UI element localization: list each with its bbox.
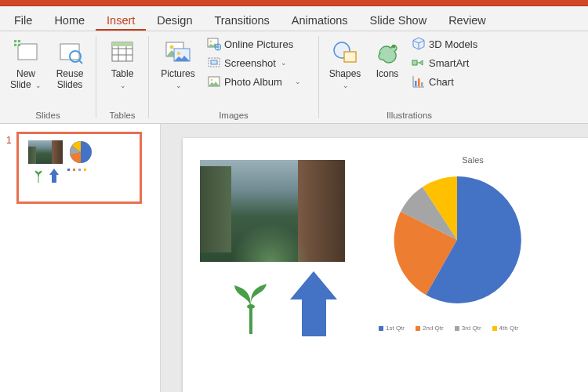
svg-rect-0 [18, 44, 37, 60]
online-pictures-label: Online Pictures [224, 38, 293, 50]
svg-point-7 [170, 45, 174, 49]
slide-thumbnail-1[interactable] [16, 132, 142, 204]
shapes-label: Shapes⌄ [329, 69, 361, 91]
slide-canvas[interactable]: Sales 1st Qtr 2nd Qtr 3rd Qtr 4th Qtr [183, 138, 588, 392]
slide-thumbnail-pane[interactable]: 1 [0, 124, 161, 392]
smartart-button[interactable]: SmartArt [408, 53, 495, 72]
workspace: 1 Sales [0, 124, 588, 392]
svg-rect-20 [412, 60, 417, 65]
table-button[interactable]: Table⌄ [101, 34, 143, 94]
table-label: Table⌄ [111, 69, 134, 91]
inserted-chart[interactable]: Sales 1st Qtr 2nd Qtr 3rd Qtr 4th Qtr [387, 169, 559, 310]
inserted-icon-plant[interactable] [230, 279, 273, 337]
chart-icon [412, 74, 426, 89]
3d-models-button[interactable]: 3D Models [408, 34, 495, 53]
shapes-button[interactable]: Shapes⌄ [324, 34, 366, 94]
chevron-down-icon: ⌄ [295, 78, 301, 85]
tab-design[interactable]: Design [146, 9, 203, 31]
shapes-icon [331, 38, 359, 66]
pictures-icon [164, 38, 192, 66]
new-slide-label: NewSlide ⌄ [10, 69, 42, 91]
chart-title: Sales [387, 155, 559, 165]
screenshot-icon [207, 56, 221, 70]
icons-label: Icons [376, 69, 399, 80]
new-slide-icon [12, 38, 40, 66]
online-pictures-button[interactable]: Online Pictures [204, 34, 314, 53]
svg-point-9 [177, 52, 180, 55]
svg-rect-22 [418, 78, 420, 86]
ribbon-tab-bar: File Home Insert Design Transitions Anim… [0, 6, 588, 31]
slide-number: 1 [6, 132, 12, 204]
table-icon [108, 38, 136, 66]
tab-home[interactable]: Home [43, 9, 96, 31]
group-illustrations-label: Illustrations [387, 109, 432, 122]
icons-button[interactable]: Icons [368, 34, 407, 83]
group-images: Pictures⌄ Online Pictures Screenshot ⌄ P… [149, 31, 318, 123]
chart-button[interactable]: Chart [408, 72, 495, 91]
chart-legend: 1st Qtr 2nd Qtr 3rd Qtr 4th Qtr [379, 325, 518, 332]
ribbon: NewSlide ⌄ ReuseSlides Slides Table⌄ Tab… [0, 31, 588, 124]
slide-editor[interactable]: Sales 1st Qtr 2nd Qtr 3rd Qtr 4th Qtr [161, 124, 588, 392]
group-tables: Table⌄ Tables [96, 31, 148, 123]
chevron-down-icon: ⌄ [281, 59, 287, 67]
photo-album-button[interactable]: Photo Album ⌄ [204, 72, 314, 91]
icons-icon [373, 38, 401, 66]
3d-models-label: 3D Models [429, 38, 477, 50]
group-illustrations: Shapes⌄ Icons 3D Models SmartArt [319, 31, 499, 123]
smartart-icon [412, 56, 426, 70]
photo-album-label: Photo Album [224, 76, 282, 88]
screenshot-label: Screenshot [224, 57, 276, 69]
photo-album-icon [207, 74, 221, 89]
tab-file[interactable]: File [3, 9, 43, 31]
smartart-label: SmartArt [429, 57, 469, 69]
group-tables-label: Tables [109, 109, 135, 122]
group-slides: NewSlide ⌄ ReuseSlides Slides [0, 31, 96, 123]
svg-point-11 [210, 41, 212, 43]
tab-insert[interactable]: Insert [96, 9, 146, 31]
svg-rect-21 [415, 81, 417, 86]
pictures-label: Pictures⌄ [161, 69, 194, 91]
reuse-slides-button[interactable]: ReuseSlides [49, 34, 91, 94]
inserted-shape-arrow[interactable] [289, 271, 339, 341]
chart-label: Chart [429, 76, 454, 88]
svg-point-16 [211, 79, 213, 82]
tab-review[interactable]: Review [437, 9, 497, 31]
svg-rect-14 [211, 60, 217, 64]
group-slides-label: Slides [35, 109, 60, 122]
tab-transitions[interactable]: Transitions [203, 9, 280, 31]
tab-animations[interactable]: Animations [281, 9, 359, 31]
screenshot-button[interactable]: Screenshot ⌄ [204, 53, 314, 72]
inserted-picture[interactable] [200, 160, 345, 262]
new-slide-button[interactable]: NewSlide ⌄ [5, 34, 47, 94]
svg-point-25 [247, 304, 255, 309]
group-images-label: Images [219, 109, 249, 122]
title-bar [0, 0, 588, 6]
svg-rect-5 [112, 42, 132, 46]
pictures-button[interactable]: Pictures⌄ [154, 34, 202, 94]
cube-icon [412, 37, 426, 51]
svg-rect-18 [344, 52, 356, 62]
online-pictures-icon [207, 37, 221, 51]
svg-rect-23 [421, 82, 423, 86]
tab-slideshow[interactable]: Slide Show [359, 9, 438, 31]
svg-point-19 [392, 45, 395, 48]
reuse-slides-icon [56, 38, 84, 66]
reuse-slides-label: ReuseSlides [56, 69, 84, 91]
